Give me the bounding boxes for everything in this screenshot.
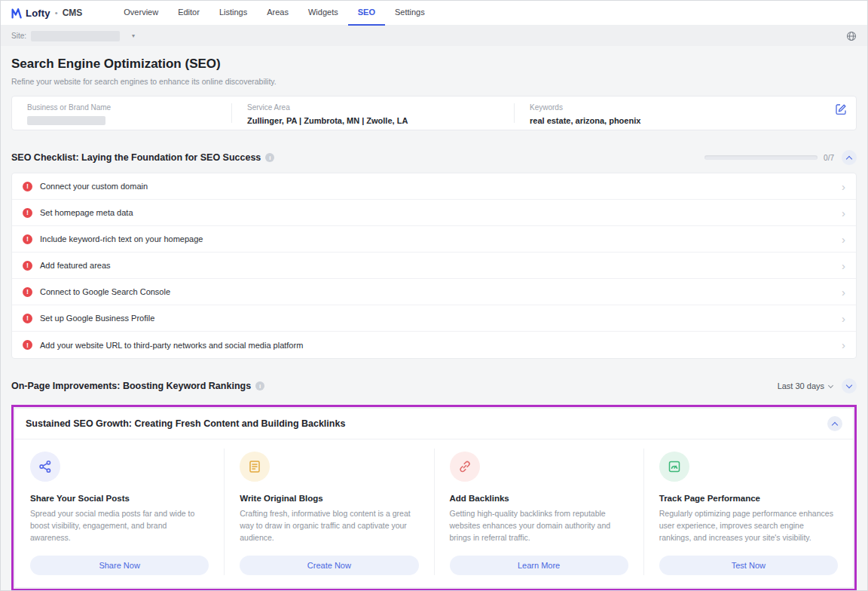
growth-cards: Share Your Social Posts Spread your soci… [15,439,853,587]
service-area-label: Service Area [247,103,505,112]
site-label: Site: [11,32,26,40]
card-title: Add Backlinks [450,494,628,503]
chevron-right-icon: › [842,339,845,351]
chevron-right-icon: › [842,286,845,298]
brand-name: Lofty [26,8,50,19]
site-caret-icon[interactable]: ▾ [132,32,135,39]
card-description: Getting high-quality backlinks from repu… [450,508,628,544]
date-range-select[interactable]: Last 30 days [778,381,833,390]
chevron-right-icon: › [842,313,845,324]
card-add-backlinks: Add Backlinks Getting high-quality backl… [434,449,643,575]
card-title: Write Original Blogs [240,494,418,503]
checklist-item-featured-areas[interactable]: ! Add featured areas › [12,253,856,279]
edit-icon[interactable] [835,103,847,115]
business-profile-card: Business or Brand Name Service Area Zull… [11,96,857,130]
warning-icon: ! [23,340,32,350]
keywords-field: Keywords real estate, arizona, phoenix [514,103,856,123]
checklist-progress-label: 0/7 [824,154,834,162]
warning-icon: ! [23,182,32,191]
on-page-header: On-Page Improvements: Boosting Keyword R… [11,378,857,393]
warning-icon: ! [23,208,32,218]
service-area-value: Zullinger, PA | Zumbrota, MN | Zwolle, L… [247,116,505,125]
card-description: Spread your social media posts far and w… [30,508,209,544]
keywords-value: real estate, arizona, phoenix [530,116,847,125]
globe-icon[interactable] [846,31,857,41]
checklist-item-search-console[interactable]: ! Connect to Google Search Console › [12,279,856,305]
share-icon [30,452,60,482]
on-page-title: On-Page Improvements: Boosting Keyword R… [11,381,251,391]
nav-editor[interactable]: Editor [168,1,209,26]
performance-icon [659,452,689,482]
card-description: Crafting fresh, informative blog content… [240,508,418,544]
business-name-field: Business or Brand Name [12,103,231,123]
backlink-icon [450,452,480,482]
growth-title: Sustained SEO Growth: Creating Fresh Con… [26,418,345,429]
checklist-item-meta-data[interactable]: ! Set homepage meta data › [12,200,856,226]
service-area-field: Service Area Zullinger, PA | Zumbrota, M… [231,103,514,123]
blog-document-icon [240,452,270,482]
checklist-title: SEO Checklist: Laying the Foundation for… [11,152,261,163]
checklist-item-keyword-rich-text[interactable]: ! Include keyword-rich text on your home… [12,226,856,253]
nav-settings[interactable]: Settings [385,1,435,26]
site-bar: Site: ▾ [1,26,867,46]
test-now-button[interactable]: Test Now [659,556,838,575]
growth-section: Sustained SEO Growth: Creating Fresh Con… [14,408,854,588]
page-title: Search Engine Optimization (SEO) [11,57,857,72]
nav-widgets[interactable]: Widgets [298,1,348,26]
info-icon: i [265,153,274,162]
checklist-item-business-profile[interactable]: ! Set up Google Business Profile › [12,305,856,332]
checklist-item-third-party-networks[interactable]: ! Add your website URL to third-party ne… [12,332,856,358]
checklist-card: ! Connect your custom domain › ! Set hom… [11,173,857,359]
warning-icon: ! [23,287,32,297]
card-description: Regularly optimizing page performance en… [659,508,838,544]
app-window: Lofty • CMS Overview Editor Listings Are… [0,0,868,591]
main-content: Search Engine Optimization (SEO) Refine … [1,57,867,591]
highlight-annotation-box: Sustained SEO Growth: Creating Fresh Con… [11,405,857,591]
nav-overview[interactable]: Overview [114,1,168,26]
card-title: Share Your Social Posts [30,494,209,503]
collapse-checklist-button[interactable] [842,150,857,165]
chevron-right-icon: › [842,234,845,245]
checklist-header: SEO Checklist: Laying the Foundation for… [11,150,857,165]
lofty-logo[interactable]: Lofty • CMS [11,8,82,19]
main-nav: Overview Editor Listings Areas Widgets S… [114,1,434,26]
lofty-logo-icon [11,8,23,19]
card-share-social-posts: Share Your Social Posts Spread your soci… [15,449,224,575]
page-subtitle: Refine your website for search engines t… [11,77,857,86]
nav-seo[interactable]: SEO [348,1,385,26]
nav-areas[interactable]: Areas [257,1,298,26]
warning-icon: ! [23,261,32,271]
business-name-label: Business or Brand Name [27,103,222,112]
warning-icon: ! [23,314,32,323]
chevron-right-icon: › [842,260,845,271]
top-bar: Lofty • CMS Overview Editor Listings Are… [1,1,867,26]
warning-icon: ! [23,234,32,244]
checklist-item-custom-domain[interactable]: ! Connect your custom domain › [12,173,856,200]
create-now-button[interactable]: Create Now [240,556,418,575]
card-write-original-blogs: Write Original Blogs Crafting fresh, inf… [224,449,433,575]
card-track-page-performance: Track Page Performance Regularly optimiz… [643,449,853,575]
brand-separator: • [55,8,58,17]
business-name-value-redacted [27,116,105,125]
learn-more-button[interactable]: Learn More [450,556,628,575]
expand-on-page-button[interactable] [842,378,857,393]
chevron-down-icon [828,382,833,387]
chevron-right-icon: › [842,181,845,192]
brand-suffix: CMS [63,8,83,18]
keywords-label: Keywords [530,103,847,112]
chevron-right-icon: › [842,207,845,219]
nav-listings[interactable]: Listings [209,1,257,26]
card-title: Track Page Performance [659,494,838,503]
info-icon: i [255,381,264,390]
share-now-button[interactable]: Share Now [30,556,209,575]
collapse-growth-button[interactable] [827,416,842,431]
site-selector[interactable] [31,31,120,41]
checklist-progress-bar [704,155,818,160]
